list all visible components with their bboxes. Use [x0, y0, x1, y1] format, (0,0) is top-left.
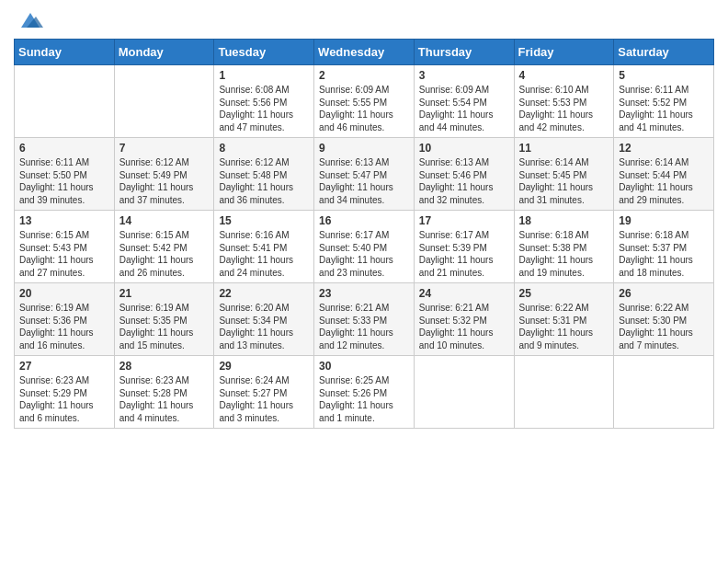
calendar-cell [15, 65, 115, 138]
calendar-cell: 16Sunrise: 6:17 AM Sunset: 5:40 PM Dayli… [314, 211, 415, 283]
calendar-week-row: 20Sunrise: 6:19 AM Sunset: 5:36 PM Dayli… [15, 283, 714, 356]
day-number: 28 [119, 360, 210, 373]
calendar-cell: 28Sunrise: 6:23 AM Sunset: 5:28 PM Dayli… [114, 356, 214, 429]
calendar-cell [514, 356, 614, 429]
day-number: 23 [319, 287, 409, 300]
day-info: Sunrise: 6:21 AM Sunset: 5:32 PM Dayligh… [419, 302, 509, 351]
calendar-cell: 7Sunrise: 6:12 AM Sunset: 5:49 PM Daylig… [114, 138, 214, 211]
day-of-week-header: Thursday [414, 40, 514, 65]
calendar-cell: 25Sunrise: 6:22 AM Sunset: 5:31 PM Dayli… [514, 283, 614, 356]
day-info: Sunrise: 6:21 AM Sunset: 5:33 PM Dayligh… [319, 302, 409, 351]
calendar-cell: 29Sunrise: 6:24 AM Sunset: 5:27 PM Dayli… [214, 356, 314, 429]
calendar-cell: 15Sunrise: 6:16 AM Sunset: 5:41 PM Dayli… [214, 211, 314, 283]
day-number: 6 [19, 142, 109, 155]
calendar-cell: 20Sunrise: 6:19 AM Sunset: 5:36 PM Dayli… [15, 283, 115, 356]
logo [14, 9, 43, 31]
day-info: Sunrise: 6:08 AM Sunset: 5:56 PM Dayligh… [219, 84, 309, 133]
day-number: 17 [419, 214, 509, 227]
calendar-cell [614, 356, 714, 429]
calendar-cell: 6Sunrise: 6:11 AM Sunset: 5:50 PM Daylig… [15, 138, 115, 211]
day-number: 18 [519, 214, 609, 227]
calendar-cell: 22Sunrise: 6:20 AM Sunset: 5:34 PM Dayli… [214, 283, 314, 356]
day-number: 16 [319, 214, 409, 227]
day-number: 27 [19, 360, 109, 373]
day-info: Sunrise: 6:12 AM Sunset: 5:49 PM Dayligh… [119, 156, 210, 206]
day-info: Sunrise: 6:19 AM Sunset: 5:36 PM Dayligh… [19, 302, 109, 351]
day-number: 26 [619, 287, 709, 300]
day-info: Sunrise: 6:22 AM Sunset: 5:31 PM Dayligh… [519, 302, 609, 351]
day-info: Sunrise: 6:09 AM Sunset: 5:54 PM Dayligh… [419, 84, 509, 133]
day-of-week-header: Friday [514, 40, 614, 65]
day-number: 7 [119, 142, 210, 155]
day-info: Sunrise: 6:09 AM Sunset: 5:55 PM Dayligh… [319, 84, 409, 133]
calendar-cell: 5Sunrise: 6:11 AM Sunset: 5:52 PM Daylig… [614, 65, 714, 138]
day-of-week-header: Wednesday [314, 40, 415, 65]
calendar-cell: 10Sunrise: 6:13 AM Sunset: 5:46 PM Dayli… [414, 138, 514, 211]
day-info: Sunrise: 6:11 AM Sunset: 5:50 PM Dayligh… [19, 156, 109, 206]
calendar-cell: 17Sunrise: 6:17 AM Sunset: 5:39 PM Dayli… [414, 211, 514, 283]
day-info: Sunrise: 6:12 AM Sunset: 5:48 PM Dayligh… [219, 156, 309, 206]
calendar-cell: 30Sunrise: 6:25 AM Sunset: 5:26 PM Dayli… [314, 356, 415, 429]
day-number: 5 [619, 69, 709, 82]
calendar-cell: 9Sunrise: 6:13 AM Sunset: 5:47 PM Daylig… [314, 138, 415, 211]
calendar-cell: 24Sunrise: 6:21 AM Sunset: 5:32 PM Dayli… [414, 283, 514, 356]
day-number: 19 [619, 214, 709, 227]
day-info: Sunrise: 6:13 AM Sunset: 5:47 PM Dayligh… [319, 156, 409, 206]
calendar-week-row: 6Sunrise: 6:11 AM Sunset: 5:50 PM Daylig… [15, 138, 714, 211]
calendar-cell: 27Sunrise: 6:23 AM Sunset: 5:29 PM Dayli… [15, 356, 115, 429]
day-number: 21 [119, 287, 210, 300]
calendar-cell: 26Sunrise: 6:22 AM Sunset: 5:30 PM Dayli… [614, 283, 714, 356]
day-info: Sunrise: 6:23 AM Sunset: 5:28 PM Dayligh… [119, 374, 210, 424]
day-info: Sunrise: 6:18 AM Sunset: 5:37 PM Dayligh… [619, 229, 709, 279]
calendar-cell [114, 65, 214, 138]
day-of-week-header: Monday [114, 40, 214, 65]
day-number: 4 [519, 69, 609, 82]
day-number: 13 [19, 214, 109, 227]
day-number: 30 [319, 360, 409, 373]
calendar-cell: 4Sunrise: 6:10 AM Sunset: 5:53 PM Daylig… [514, 65, 614, 138]
day-info: Sunrise: 6:24 AM Sunset: 5:27 PM Dayligh… [219, 374, 309, 424]
day-number: 25 [519, 287, 609, 300]
calendar-cell: 2Sunrise: 6:09 AM Sunset: 5:55 PM Daylig… [314, 65, 415, 138]
calendar-week-row: 1Sunrise: 6:08 AM Sunset: 5:56 PM Daylig… [15, 65, 714, 138]
calendar-cell: 11Sunrise: 6:14 AM Sunset: 5:45 PM Dayli… [514, 138, 614, 211]
day-info: Sunrise: 6:15 AM Sunset: 5:43 PM Dayligh… [19, 229, 109, 279]
calendar-cell: 1Sunrise: 6:08 AM Sunset: 5:56 PM Daylig… [214, 65, 314, 138]
calendar-table: SundayMondayTuesdayWednesdayThursdayFrid… [14, 39, 714, 429]
calendar-cell: 8Sunrise: 6:12 AM Sunset: 5:48 PM Daylig… [214, 138, 314, 211]
page-header [14, 9, 714, 31]
logo-icon [17, 9, 43, 31]
day-number: 9 [319, 142, 409, 155]
calendar-cell: 19Sunrise: 6:18 AM Sunset: 5:37 PM Dayli… [614, 211, 714, 283]
day-number: 15 [219, 214, 309, 227]
calendar-cell: 23Sunrise: 6:21 AM Sunset: 5:33 PM Dayli… [314, 283, 415, 356]
day-number: 1 [219, 69, 309, 82]
day-info: Sunrise: 6:14 AM Sunset: 5:45 PM Dayligh… [519, 156, 609, 206]
day-number: 24 [419, 287, 509, 300]
calendar-cell: 14Sunrise: 6:15 AM Sunset: 5:42 PM Dayli… [114, 211, 214, 283]
calendar-cell: 21Sunrise: 6:19 AM Sunset: 5:35 PM Dayli… [114, 283, 214, 356]
day-info: Sunrise: 6:17 AM Sunset: 5:39 PM Dayligh… [419, 229, 509, 279]
calendar-week-row: 27Sunrise: 6:23 AM Sunset: 5:29 PM Dayli… [15, 356, 714, 429]
day-number: 20 [19, 287, 109, 300]
day-of-week-header: Tuesday [214, 40, 314, 65]
day-info: Sunrise: 6:22 AM Sunset: 5:30 PM Dayligh… [619, 302, 709, 351]
day-info: Sunrise: 6:23 AM Sunset: 5:29 PM Dayligh… [19, 374, 109, 424]
day-number: 22 [219, 287, 309, 300]
day-info: Sunrise: 6:18 AM Sunset: 5:38 PM Dayligh… [519, 229, 609, 279]
day-number: 29 [219, 360, 309, 373]
day-info: Sunrise: 6:16 AM Sunset: 5:41 PM Dayligh… [219, 229, 309, 279]
day-number: 8 [219, 142, 309, 155]
day-info: Sunrise: 6:20 AM Sunset: 5:34 PM Dayligh… [219, 302, 309, 351]
calendar-header-row: SundayMondayTuesdayWednesdayThursdayFrid… [15, 40, 714, 65]
calendar-cell: 12Sunrise: 6:14 AM Sunset: 5:44 PM Dayli… [614, 138, 714, 211]
day-info: Sunrise: 6:17 AM Sunset: 5:40 PM Dayligh… [319, 229, 409, 279]
day-info: Sunrise: 6:15 AM Sunset: 5:42 PM Dayligh… [119, 229, 210, 279]
day-info: Sunrise: 6:25 AM Sunset: 5:26 PM Dayligh… [319, 374, 409, 424]
day-number: 12 [619, 142, 709, 155]
day-of-week-header: Saturday [614, 40, 714, 65]
calendar-cell: 13Sunrise: 6:15 AM Sunset: 5:43 PM Dayli… [15, 211, 115, 283]
calendar-cell: 18Sunrise: 6:18 AM Sunset: 5:38 PM Dayli… [514, 211, 614, 283]
day-info: Sunrise: 6:11 AM Sunset: 5:52 PM Dayligh… [619, 84, 709, 133]
day-number: 14 [119, 214, 210, 227]
